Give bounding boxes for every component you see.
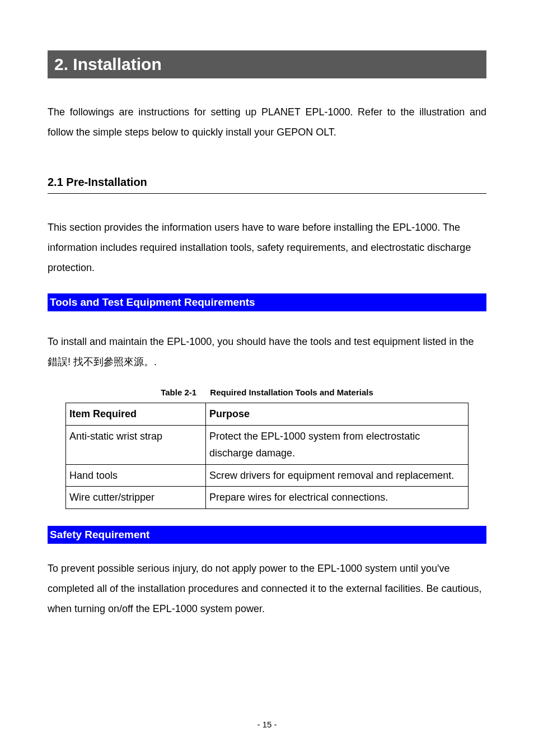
tools-paragraph: To install and maintain the EPL-1000, yo… [48, 332, 486, 372]
table-cell-purpose: Prepare wires for electrical connections… [206, 487, 469, 509]
page-number: - 15 - [0, 720, 534, 729]
table-row: Wire cutter/stripper Prepare wires for e… [66, 487, 469, 509]
table-cell-item: Anti-static wrist strap [66, 425, 206, 464]
table-header-purpose: Purpose [206, 403, 469, 426]
table-caption-label: Table 2-1 [161, 388, 196, 397]
subsection-heading-safety: Safety Requirement [48, 526, 486, 544]
section-heading-2-1: 2.1 Pre-Installation [48, 176, 486, 194]
table-cell-purpose: Protect the EPL-1000 system from electro… [206, 425, 469, 464]
subsection-heading-tools: Tools and Test Equipment Requirements [48, 293, 486, 311]
requirements-table: Item Required Purpose Anti-static wrist … [65, 403, 469, 509]
table-cell-purpose: Screw drivers for equipment removal and … [206, 464, 469, 487]
table-cell-item: Wire cutter/stripper [66, 487, 206, 509]
intro-paragraph: The followings are instructions for sett… [48, 102, 486, 142]
table-caption-text: Required Installation Tools and Material… [210, 388, 373, 397]
section-2-1-paragraph: This section provides the information us… [48, 217, 486, 278]
table-row: Anti-static wrist strap Protect the EPL-… [66, 425, 469, 464]
table-cell-item: Hand tools [66, 464, 206, 487]
chapter-heading: 2. Installation [48, 50, 486, 78]
safety-paragraph: To prevent possible serious injury, do n… [48, 558, 486, 619]
table-row: Hand tools Screw drivers for equipment r… [66, 464, 469, 487]
table-header-item: Item Required [66, 403, 206, 426]
table-caption: Table 2-1 Required Installation Tools an… [48, 388, 486, 397]
